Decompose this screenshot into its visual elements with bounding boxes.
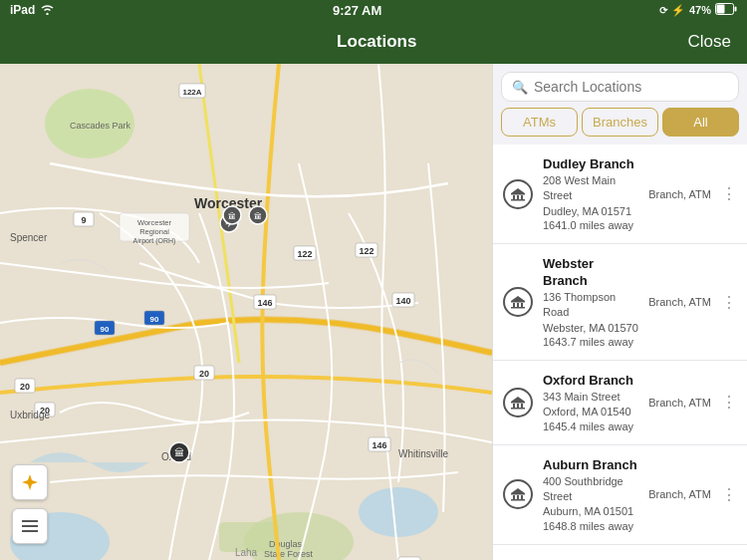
svg-marker-85 (511, 488, 525, 493)
svg-rect-80 (511, 493, 525, 495)
svg-rect-61 (22, 530, 38, 532)
svg-text:20: 20 (20, 382, 30, 392)
orientation-icon: ⟳ (659, 5, 667, 16)
svg-text:Worcester: Worcester (137, 218, 172, 227)
search-input[interactable] (534, 79, 728, 95)
bank-icon-3 (503, 479, 533, 509)
tab-branches[interactable]: Branches (582, 108, 658, 137)
svg-text:146: 146 (257, 298, 272, 308)
svg-text:140: 140 (395, 296, 410, 306)
svg-text:122: 122 (359, 246, 374, 256)
location-icon-1 (501, 285, 535, 319)
svg-rect-76 (517, 404, 519, 408)
location-name-2: Oxford Branch (543, 373, 640, 390)
svg-text:90: 90 (150, 315, 159, 324)
svg-rect-64 (517, 195, 519, 199)
search-bar[interactable]: 🔍 (501, 72, 739, 102)
svg-text:146: 146 (372, 440, 386, 450)
filter-tabs: ATMs Branches All (493, 108, 747, 144)
location-type-2: Branch, ATM (648, 397, 711, 409)
location-address-3: 400 Southbridge StreetAuburn, MA 01501 (543, 474, 640, 520)
svg-text:122: 122 (297, 249, 312, 259)
svg-text:Whitinsville: Whitinsville (398, 448, 448, 459)
bank-icon-2 (503, 388, 533, 418)
svg-rect-81 (513, 495, 515, 499)
svg-text:🏛: 🏛 (228, 211, 236, 221)
svg-text:Spencer: Spencer (10, 232, 48, 243)
close-button[interactable]: Close (688, 32, 731, 52)
svg-rect-59 (22, 520, 38, 522)
search-icon: 🔍 (512, 80, 528, 95)
nav-title: Locations (337, 32, 416, 52)
bank-icon-0 (503, 179, 533, 209)
list-view-button[interactable] (12, 508, 48, 544)
svg-rect-69 (513, 303, 515, 307)
svg-rect-74 (511, 402, 525, 404)
svg-marker-73 (511, 296, 525, 301)
location-item[interactable]: Worcester Chandler Street Branch 266 Cha… (493, 545, 747, 560)
svg-text:State Forest: State Forest (264, 549, 314, 559)
location-more-button-3[interactable]: ⋮ (719, 484, 739, 504)
svg-rect-78 (511, 408, 525, 410)
location-name-1: Webster Branch (543, 256, 640, 290)
ipad-label: iPad (10, 3, 35, 17)
location-list: Dudley Branch 208 West Main StreetDudley… (493, 144, 747, 560)
svg-rect-65 (521, 195, 523, 199)
svg-text:🏛: 🏛 (254, 211, 262, 221)
location-name-3: Auburn Branch (543, 457, 640, 474)
svg-rect-75 (513, 404, 515, 408)
location-item[interactable]: Oxford Branch 343 Main StreetOxford, MA … (493, 361, 747, 445)
location-distance-3: 1648.8 miles away (543, 520, 640, 532)
svg-rect-83 (521, 495, 523, 499)
location-more-button-0[interactable]: ⋮ (719, 184, 739, 204)
battery-percent: 47% (689, 4, 711, 16)
svg-text:Cascades Park: Cascades Park (70, 121, 131, 131)
svg-rect-82 (517, 495, 519, 499)
svg-point-0 (47, 13, 49, 15)
right-panel: 🔍 ATMs Branches All (492, 64, 747, 560)
svg-marker-67 (511, 188, 525, 193)
location-button[interactable] (12, 464, 48, 500)
location-type-1: Branch, ATM (648, 296, 711, 308)
svg-text:Douglas: Douglas (269, 539, 303, 549)
svg-rect-62 (511, 193, 525, 195)
location-info-2: Oxford Branch 343 Main StreetOxford, MA … (543, 373, 640, 432)
location-address-1: 136 Thompson RoadWebster, MA 01570 (543, 290, 640, 336)
svg-text:Airport (ORH): Airport (ORH) (133, 237, 176, 245)
location-item[interactable]: Dudley Branch 208 West Main StreetDudley… (493, 144, 747, 244)
main-content: Cascades Park Douglas State Forest (0, 64, 747, 560)
status-bar: iPad 9:27 AM ⟳ ⚡ 47% (0, 0, 747, 20)
battery-icon (715, 3, 737, 17)
svg-text:Uxbridge: Uxbridge (10, 410, 50, 420)
svg-rect-71 (521, 303, 523, 307)
bluetooth-icon: ⚡ (671, 4, 685, 17)
tab-all[interactable]: All (662, 108, 739, 137)
location-icon-2 (501, 386, 535, 420)
svg-text:🏛: 🏛 (174, 447, 184, 458)
svg-text:Regional: Regional (139, 227, 169, 236)
location-info-0: Dudley Branch 208 West Main StreetDudley… (543, 156, 640, 231)
location-more-button-1[interactable]: ⋮ (719, 292, 739, 312)
bank-icon-1 (503, 287, 533, 317)
location-address-2: 343 Main StreetOxford, MA 01540 (543, 390, 640, 420)
svg-rect-77 (521, 404, 523, 408)
search-bar-container: 🔍 (493, 64, 747, 108)
svg-rect-60 (22, 525, 38, 527)
status-right: ⟳ ⚡ 47% (659, 3, 737, 17)
svg-rect-72 (511, 307, 525, 309)
location-type-0: Branch, ATM (648, 188, 711, 200)
map-label: Laha (235, 547, 257, 558)
location-distance-0: 1641.0 miles away (543, 219, 640, 231)
location-item[interactable]: Webster Branch 136 Thompson RoadWebster,… (493, 244, 747, 361)
svg-rect-66 (511, 199, 525, 201)
svg-point-6 (359, 487, 438, 537)
location-info-3: Auburn Branch 400 Southbridge StreetAubu… (543, 457, 640, 532)
svg-text:20: 20 (199, 369, 209, 379)
location-more-button-2[interactable]: ⋮ (719, 393, 739, 413)
location-item[interactable]: Auburn Branch 400 Southbridge StreetAubu… (493, 445, 747, 545)
map-background: Cascades Park Douglas State Forest (0, 64, 492, 560)
wifi-icon (40, 3, 55, 18)
tab-atms[interactable]: ATMs (501, 108, 578, 137)
svg-text:122A: 122A (182, 88, 201, 97)
map-panel[interactable]: Cascades Park Douglas State Forest (0, 64, 492, 560)
